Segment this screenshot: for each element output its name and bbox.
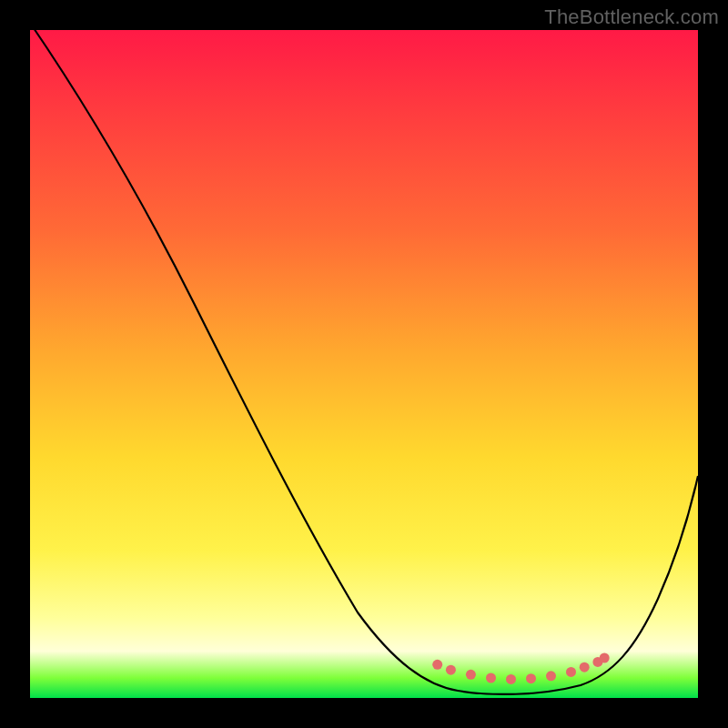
marker-dot (566, 667, 576, 677)
marker-dot (446, 665, 456, 675)
curve-path (30, 23, 698, 694)
plot-area (30, 30, 698, 698)
chart-frame: TheBottleneck.com (0, 0, 728, 728)
marker-dot (506, 674, 516, 684)
marker-dot (526, 673, 536, 683)
marker-dot (486, 673, 496, 683)
marker-dots (432, 653, 610, 684)
marker-dot (546, 671, 556, 681)
bottleneck-curve (30, 30, 698, 698)
watermark-text: TheBottleneck.com (544, 5, 719, 29)
marker-dot (432, 660, 442, 670)
marker-dot (600, 653, 610, 663)
marker-dot (580, 662, 590, 672)
marker-dot (466, 670, 476, 680)
